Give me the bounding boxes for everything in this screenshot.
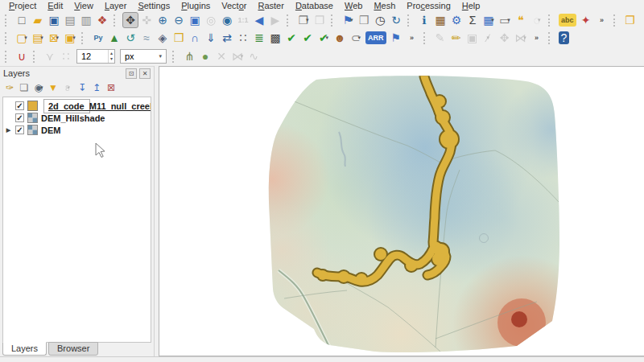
toolbar-grip[interactable] — [423, 32, 430, 44]
cube-3d-plugin-icon[interactable]: ❒ — [171, 30, 187, 46]
toolbar-grip[interactable] — [33, 51, 39, 63]
zoom-full-extent-icon[interactable]: ▣ — [187, 12, 203, 28]
new-project-icon[interactable]: □ — [14, 12, 30, 28]
snapping-tolerance-input[interactable]: 12▴▾ — [76, 49, 115, 64]
deselect-features-icon[interactable]: ⊠▾ — [46, 30, 62, 46]
layer-checkbox[interactable]: ✓ — [15, 101, 24, 110]
save-project-icon[interactable]: ▣ — [46, 12, 62, 28]
open-attribute-table-icon[interactable]: ▦▾ — [481, 12, 497, 28]
expand-all-icon[interactable]: ↧ — [75, 80, 89, 95]
toolbar-grip[interactable] — [613, 14, 620, 27]
zoom-out-icon[interactable]: ⊖ — [171, 12, 187, 28]
toolbar-overflow-1-icon[interactable]: » — [594, 12, 610, 28]
toolbar-grip[interactable] — [548, 32, 555, 44]
new-print-layout-icon[interactable]: ▤ — [62, 12, 78, 28]
labeling-icon[interactable]: abc — [559, 14, 576, 27]
duplicate-layers-icon[interactable]: ❐ — [622, 12, 638, 28]
zoom-last-icon[interactable]: ◀ — [251, 12, 267, 28]
select-features-icon[interactable]: ▢▾ — [14, 30, 30, 46]
toolbar-grip[interactable] — [114, 14, 120, 27]
menu-database[interactable]: Database — [290, 1, 339, 10]
zoom-in-icon[interactable]: ⊕ — [155, 12, 171, 28]
menu-edit[interactable]: Edit — [42, 1, 68, 10]
flag-lines-plugin-icon[interactable]: ⚑ — [388, 30, 404, 46]
layer-label[interactable]: 2d_code_M11_null_creek_002_R — [43, 99, 90, 113]
zoom-to-layer-icon[interactable]: ◉ — [219, 12, 235, 28]
sum-features-icon[interactable]: Σ — [464, 12, 481, 28]
terrain-plugin-icon[interactable]: ▲ — [106, 30, 122, 46]
open-project-icon[interactable]: ▰ — [30, 12, 46, 28]
menu-raster[interactable]: Raster — [252, 1, 289, 10]
identify-features-icon[interactable]: ℹ — [416, 12, 432, 28]
arch-plugin-icon[interactable]: ∩ — [187, 30, 203, 46]
export-data-icon[interactable]: ⇄ — [219, 30, 235, 46]
toolbar-grip[interactable] — [287, 14, 293, 27]
refresh-map-icon[interactable]: ↻ — [388, 12, 404, 28]
menu-view[interactable]: View — [68, 1, 99, 10]
toolbar-overflow-3-icon[interactable]: » — [404, 30, 420, 46]
new-map-view-icon[interactable]: ❐▾ — [295, 12, 312, 28]
toolbar-overflow-4-icon[interactable]: » — [529, 30, 545, 46]
panel-float-button[interactable]: ⊡ — [126, 68, 137, 79]
grid-plugin-icon[interactable]: ▩ — [267, 30, 283, 46]
style-manager-icon[interactable]: ❖ — [94, 12, 110, 28]
toggle-editing-icon[interactable]: ✏ — [448, 30, 464, 46]
remove-layer-icon[interactable]: ⊠ — [104, 80, 118, 95]
geometry-check-plugin-icon[interactable]: ✔ — [283, 30, 299, 46]
menu-vector[interactable]: Vector — [216, 1, 252, 10]
open-layer-styling-icon[interactable]: ✑ — [2, 80, 17, 95]
statistical-summary-icon[interactable]: ▦ — [432, 12, 448, 28]
toolbar-grip[interactable] — [81, 32, 88, 44]
menu-help[interactable]: Help — [456, 1, 486, 10]
menu-settings[interactable]: Settings — [132, 1, 175, 10]
map-tips-icon[interactable]: ❝ — [513, 12, 529, 28]
arr-plugin-icon[interactable]: ARR — [365, 31, 386, 44]
menu-mesh[interactable]: Mesh — [368, 1, 401, 10]
toolbar-grip[interactable] — [5, 32, 11, 44]
menu-web[interactable]: Web — [339, 1, 368, 10]
topological-editing-icon[interactable]: ⋔ — [181, 48, 197, 64]
filter-legend-icon[interactable]: ▼ — [46, 80, 60, 95]
map-canvas[interactable] — [159, 66, 644, 356]
show-unplaced-labels-icon[interactable]: ✦ — [578, 12, 594, 28]
menu-project[interactable]: Project — [3, 1, 42, 10]
attachments-plugin-icon[interactable]: ⊂▾ — [348, 30, 364, 46]
help-contents-icon[interactable]: ? — [559, 31, 570, 44]
python-console-icon[interactable]: Py — [90, 30, 106, 46]
toolbar-grip[interactable] — [5, 14, 11, 27]
layer-expander-icon[interactable]: ▶ — [5, 127, 12, 134]
tab-browser[interactable]: Browser — [48, 342, 98, 356]
first-check-plugin-icon[interactable]: ✔▾ — [316, 30, 332, 46]
panel-close-button[interactable]: ✕ — [139, 68, 151, 79]
add-group-icon[interactable]: ❏ — [17, 80, 31, 95]
animal-mascot-plugin-icon[interactable]: ☻ — [332, 30, 348, 46]
menu-processing[interactable]: Processing — [401, 1, 456, 10]
mesh-layer-plugin-icon[interactable]: ≈ — [138, 30, 155, 46]
avoid-overlap-icon[interactable]: ● — [197, 48, 213, 64]
layer-label[interactable]: DEM_Hillshade — [41, 113, 105, 123]
bookmark-manager-icon[interactable]: ❒ — [356, 12, 372, 28]
collapse-all-icon[interactable]: ↥ — [89, 80, 104, 95]
select-by-value-icon[interactable]: ▤▾ — [30, 30, 46, 46]
show-layout-manager-icon[interactable]: ▥ — [78, 12, 94, 28]
spatial-bookmarks-icon[interactable]: ⚑▾ — [340, 12, 356, 28]
tcp-connection-plugin-icon[interactable]: ∷ — [235, 30, 251, 46]
layer-label[interactable]: DEM — [41, 125, 60, 135]
layer-checkbox[interactable]: ✓ — [15, 125, 24, 134]
layer-item[interactable]: ✓DEM_Hillshade — [3, 112, 151, 124]
tab-layers[interactable]: Layers — [2, 342, 47, 356]
temporal-controller-icon[interactable]: ◷ — [372, 12, 388, 28]
select-by-location-icon[interactable]: ▣▾ — [62, 30, 78, 46]
layer-item[interactable]: ✓2d_code_M11_null_creek_002_R — [3, 100, 151, 112]
processing-toolbox-icon[interactable]: ⚙ — [448, 12, 464, 28]
circular-refresh-plugin-icon[interactable]: ↺ — [122, 30, 138, 46]
menu-layer[interactable]: Layer — [99, 1, 133, 10]
toolbar-grip[interactable] — [548, 14, 555, 27]
toolbar-overflow-2-icon[interactable]: » — [638, 12, 644, 28]
toolbar-grip[interactable] — [172, 51, 179, 63]
profile-tool-icon[interactable]: ≣ — [251, 30, 267, 46]
manage-map-themes-icon[interactable]: ◉▾ — [31, 80, 46, 95]
enable-snapping-icon[interactable]: ∪ — [14, 48, 30, 64]
snapping-units-select[interactable]: px▾ — [120, 49, 167, 64]
toolbar-grip[interactable] — [5, 51, 11, 63]
